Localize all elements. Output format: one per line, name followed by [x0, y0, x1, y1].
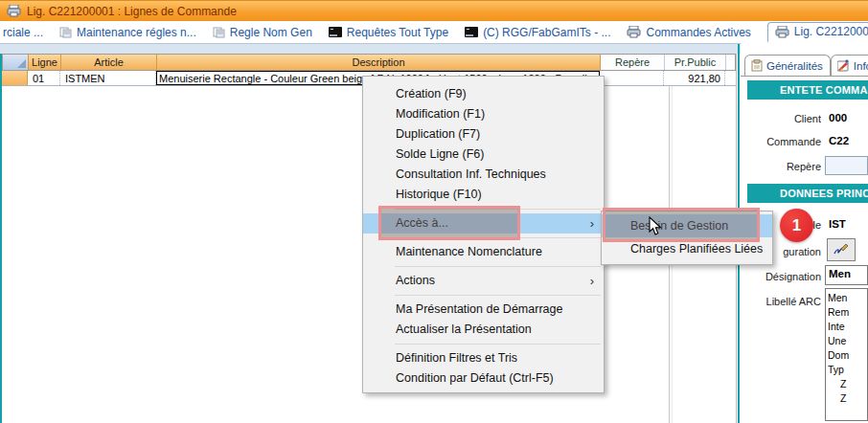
tab-commandes-actives[interactable]: Commandes Actives: [627, 26, 750, 39]
list-icon: [213, 27, 225, 38]
menu-item-consultation-inf-techniques[interactable]: Consultation Inf. Techniques: [363, 165, 604, 185]
cell-stub: [725, 71, 734, 85]
tab-regle-nom-gen[interactable]: Regle Nom Gen: [213, 26, 312, 39]
cell-pr-public[interactable]: 921,80: [664, 71, 725, 85]
app-window: Lig. C221200001 : Lignes de Commande rci…: [0, 0, 868, 423]
client-value: 000: [829, 112, 847, 123]
menu-separator: [395, 295, 601, 296]
menu-item-definition-filtres[interactable]: Définition Filtres et Tris: [363, 348, 604, 368]
chevron-right-icon: ›: [590, 213, 594, 234]
list-icon: [59, 27, 72, 38]
commande-label: Commande: [741, 136, 821, 147]
palette-icon: [837, 59, 850, 72]
commande-value: C22: [829, 135, 849, 146]
tab-commerciale[interactable]: rciale ...: [3, 26, 43, 39]
panel-tab-divider: [741, 76, 868, 77]
menu-item-duplication[interactable]: Duplication (F7): [363, 124, 604, 145]
tab-label: Requêtes Tout Type: [347, 26, 448, 39]
menu-item-maintenance-nomenclature[interactable]: Maintenance Nomenclature: [363, 242, 604, 262]
repere-label: Repère: [741, 161, 821, 172]
tab-label: Regle Nom Gen: [230, 26, 312, 39]
annotation-highlight-acces-a: [378, 206, 520, 240]
cell-ligne[interactable]: 01: [28, 71, 60, 85]
column-header-ligne[interactable]: Ligne: [29, 55, 61, 70]
menu-item-label: Actions: [396, 274, 435, 287]
panel-tab-label: Info: [854, 60, 868, 72]
libelle-arc-textarea[interactable]: Men Rem Inte Une Dom Typ Z Z: [825, 288, 868, 421]
menu-item-solde-ligne[interactable]: Solde Ligne (F6): [363, 145, 604, 165]
window-title: Lig. C221200001 : Lignes de Commande: [27, 5, 237, 18]
grid-corner-cell[interactable]: [3, 55, 29, 70]
cell-repere[interactable]: [600, 71, 664, 85]
note-icon: [751, 59, 763, 72]
tab-label: Maintenance régles n...: [77, 26, 196, 39]
menu-item-modification[interactable]: Modification (F1): [363, 104, 604, 124]
console-icon: [465, 27, 478, 37]
annotation-step-badge: 1: [780, 209, 813, 242]
column-header-stub: [726, 55, 735, 70]
arc-line: Z: [828, 377, 867, 391]
column-header-article[interactable]: Article: [61, 55, 157, 70]
arc-line: Dom: [828, 348, 867, 363]
section-header-donnees-principales: DONNEES PRINC: [747, 184, 868, 203]
window-titlebar[interactable]: Lig. C221200001 : Lignes de Commande: [0, 0, 868, 21]
printer-icon: [7, 5, 21, 17]
panel-tabbar: Généralités Info: [744, 50, 868, 76]
arc-line: Une: [828, 334, 867, 348]
panel-tab-info[interactable]: Info: [831, 55, 868, 76]
article-value: IST: [829, 218, 846, 230]
tab-label: (C) RGG/FabGamITs - ...: [483, 26, 610, 39]
libelle-arc-label: Libellé ARC: [741, 296, 821, 307]
arc-line: Typ: [828, 363, 867, 377]
printer-icon: [627, 26, 641, 38]
menu-item-ma-presentation[interactable]: Ma Présentation de Démarrage: [363, 300, 604, 320]
row-selector-cell[interactable]: [2, 71, 28, 85]
menu-item-actions[interactable]: Actions ›: [363, 271, 604, 291]
tab-label: Commandes Actives: [646, 26, 750, 39]
tab-maintenance-regles[interactable]: Maintenance régles n...: [59, 26, 196, 39]
chevron-right-icon: ›: [590, 271, 594, 291]
console-icon: [329, 27, 342, 37]
arc-line: Inte: [828, 320, 867, 334]
signature-icon: [834, 243, 849, 256]
client-label: Client: [741, 113, 821, 124]
printer-icon: [775, 26, 789, 38]
section-header-entete-commande: ENTETE COMMAN: [747, 80, 868, 100]
arc-line: Men: [828, 291, 867, 305]
arc-line: Rem: [828, 305, 867, 320]
tab-rgg-fabgamits[interactable]: (C) RGG/FabGamITs - ...: [465, 26, 610, 39]
menu-item-creation[interactable]: Création (F9): [363, 84, 604, 104]
menu-separator: [395, 344, 601, 345]
column-header-repere[interactable]: Repère: [601, 55, 665, 70]
column-header-pr-public[interactable]: Pr.Public: [665, 55, 726, 70]
document-tabbar: rciale ... Maintenance régles n... Regle…: [0, 21, 868, 43]
annotation-highlight-besoin-de-gestion: [603, 208, 760, 242]
mouse-cursor-icon: [649, 216, 663, 236]
configuration-button[interactable]: [827, 238, 856, 261]
designation-label: Désignation: [741, 271, 821, 282]
designation-value[interactable]: Men: [825, 265, 868, 285]
repere-input[interactable]: [825, 156, 868, 175]
menu-separator: [395, 266, 601, 267]
arc-line: Z: [828, 391, 867, 406]
panel-tab-generalites[interactable]: Généralités: [744, 55, 831, 76]
tab-lignes-de-commande-active[interactable]: Lig. C221200001 : Lign...: [767, 22, 868, 42]
tab-label: rciale ...: [3, 26, 43, 39]
column-header-description[interactable]: Description: [157, 55, 601, 70]
tab-requetes-tout-type[interactable]: Requêtes Tout Type: [329, 26, 448, 39]
window-left-border: [0, 54, 2, 423]
cell-article[interactable]: ISTMEN: [60, 71, 156, 85]
menu-item-condition-par-defaut[interactable]: Condition par Défaut (Ctrl-F5): [363, 368, 604, 389]
menu-item-actualiser-presentation[interactable]: Actualiser la Présentation: [363, 320, 604, 340]
panel-tab-label: Généralités: [766, 60, 823, 72]
tab-label: Lig. C221200001 : Lign...: [794, 25, 868, 38]
menu-item-historique[interactable]: Historique (F10): [363, 185, 604, 205]
grid-header-row: Ligne Article Description Repère Pr.Publ…: [2, 54, 736, 71]
